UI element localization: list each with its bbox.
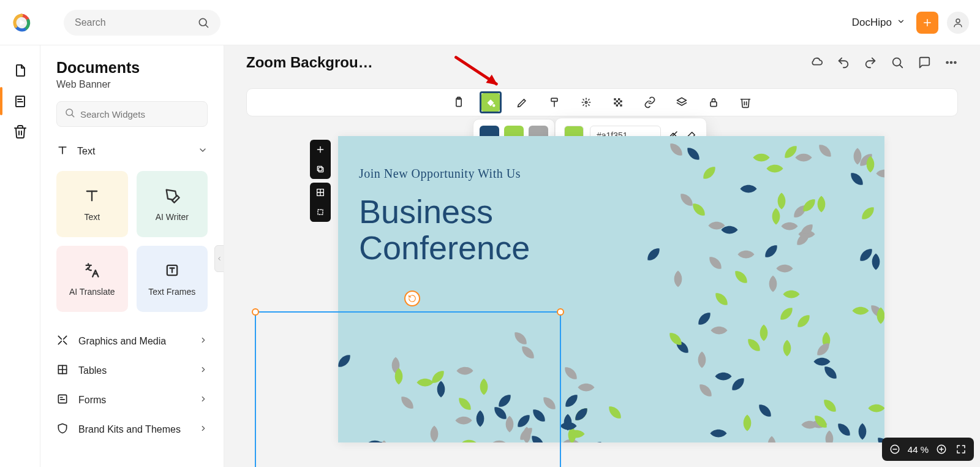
more-menu-button[interactable] xyxy=(944,56,958,69)
link-button[interactable] xyxy=(641,93,659,112)
rail-documents[interactable] xyxy=(6,56,34,85)
widget-ai-writer[interactable]: AI Writer xyxy=(137,171,208,237)
svg-point-31 xyxy=(954,62,956,64)
section-label: Forms xyxy=(78,395,106,406)
search-icon xyxy=(197,17,209,29)
svg-rect-47 xyxy=(710,102,717,107)
fullscreen-button[interactable] xyxy=(954,442,968,456)
translate-icon xyxy=(83,262,100,281)
effects-button[interactable] xyxy=(577,93,595,112)
global-search[interactable] xyxy=(64,10,221,36)
accordion-label: Text xyxy=(77,146,95,157)
chevron-right-icon xyxy=(199,395,208,406)
svg-rect-38 xyxy=(614,98,616,100)
accordion-text[interactable]: Text xyxy=(40,138,224,165)
panel-collapse-handle[interactable] xyxy=(214,245,224,272)
lock-button[interactable] xyxy=(704,93,723,112)
chevron-right-icon xyxy=(199,424,208,435)
redo-button[interactable] xyxy=(864,56,877,69)
text-icon xyxy=(56,144,69,159)
clipboard-button[interactable] xyxy=(450,93,468,112)
panel-subtitle: Web Banner xyxy=(40,77,224,101)
svg-rect-60 xyxy=(318,210,323,215)
chevron-down-icon xyxy=(897,17,905,29)
forms-icon xyxy=(56,393,69,408)
chevron-down-icon xyxy=(198,145,208,158)
comments-button[interactable] xyxy=(918,56,931,69)
workspace-dropdown[interactable]: DocHipo xyxy=(852,17,905,29)
fill-color-button[interactable] xyxy=(481,93,500,112)
undo-button[interactable] xyxy=(837,56,850,69)
account-button[interactable] xyxy=(947,12,969,34)
canvas-headline-small: Join New Opportunity With Us xyxy=(359,167,521,181)
cloud-sync-icon[interactable] xyxy=(810,56,823,69)
svg-point-30 xyxy=(951,62,952,64)
global-search-input[interactable] xyxy=(75,17,197,28)
design-canvas[interactable]: Join New Opportunity With Us BusinessCon… xyxy=(338,136,884,442)
widget-label: AI Translate xyxy=(69,287,115,297)
tools-icon xyxy=(56,334,69,349)
stroke-edit-button[interactable] xyxy=(513,93,532,112)
app-logo[interactable] xyxy=(11,12,32,33)
widget-label: AI Writer xyxy=(156,212,189,222)
section-brand[interactable]: Brand Kits and Themes xyxy=(40,415,224,444)
svg-rect-41 xyxy=(620,101,622,102)
add-page-button[interactable] xyxy=(310,140,331,159)
handle-top-left[interactable] xyxy=(252,308,259,316)
zoom-value[interactable]: 44 % xyxy=(908,444,929,455)
svg-rect-43 xyxy=(618,102,620,104)
new-document-button[interactable] xyxy=(916,12,938,34)
delete-button[interactable] xyxy=(736,93,755,112)
section-tables[interactable]: Tables xyxy=(40,356,224,385)
pen-icon xyxy=(164,187,181,206)
shield-icon xyxy=(56,422,69,437)
panel-title: Documents xyxy=(40,59,224,77)
decorative-pattern xyxy=(338,136,884,442)
svg-rect-42 xyxy=(614,102,616,104)
duplicate-page-button[interactable] xyxy=(310,159,331,179)
canvas-header: Zoom Backgrou… xyxy=(224,45,980,80)
svg-rect-39 xyxy=(618,98,620,100)
zoom-in-button[interactable] xyxy=(935,442,948,456)
rail-trash[interactable] xyxy=(6,118,34,146)
canvas-mini-toolbar xyxy=(310,140,331,222)
svg-point-29 xyxy=(946,62,948,64)
transparency-button[interactable] xyxy=(609,93,627,112)
frame-icon xyxy=(164,262,181,281)
svg-point-34 xyxy=(493,105,495,107)
select-all-button[interactable] xyxy=(310,202,331,222)
canvas-area: Zoom Backgrou… #a1f3 xyxy=(224,45,980,467)
svg-rect-55 xyxy=(318,167,323,172)
rotate-handle[interactable] xyxy=(404,290,420,306)
zoom-controls: 44 % xyxy=(882,438,974,461)
section-label: Tables xyxy=(78,365,107,376)
svg-rect-56 xyxy=(317,166,322,170)
grid-icon xyxy=(56,363,69,378)
svg-rect-45 xyxy=(620,104,622,106)
widget-search-input[interactable] xyxy=(80,109,200,120)
widget-text-frames[interactable]: Text Frames xyxy=(137,246,208,312)
zoom-search-button[interactable] xyxy=(891,56,904,69)
canvas-headline-large: BusinessConference xyxy=(359,194,530,267)
section-label: Graphics and Media xyxy=(78,336,166,347)
svg-line-3 xyxy=(206,25,208,27)
layout-grid-button[interactable] xyxy=(310,183,331,202)
section-graphics[interactable]: Graphics and Media xyxy=(40,327,224,356)
brush-button[interactable] xyxy=(545,93,564,112)
svg-marker-46 xyxy=(677,98,687,103)
workspace-label: DocHipo xyxy=(852,17,892,29)
widget-grid: Text AI Writer AI Translate Text Frames xyxy=(40,165,224,323)
chevron-right-icon xyxy=(199,365,208,376)
text-t-icon xyxy=(83,187,100,206)
svg-line-13 xyxy=(72,115,74,116)
chevron-right-icon xyxy=(199,336,208,347)
rail-editor[interactable] xyxy=(6,87,34,115)
layers-button[interactable] xyxy=(673,93,691,112)
section-forms[interactable]: Forms xyxy=(40,385,224,415)
document-title[interactable]: Zoom Backgrou… xyxy=(246,54,373,71)
widget-text[interactable]: Text xyxy=(56,171,128,237)
widget-ai-translate[interactable]: AI Translate xyxy=(56,246,128,312)
svg-line-28 xyxy=(900,65,902,67)
zoom-out-button[interactable] xyxy=(888,442,902,456)
widget-search[interactable] xyxy=(56,101,208,127)
